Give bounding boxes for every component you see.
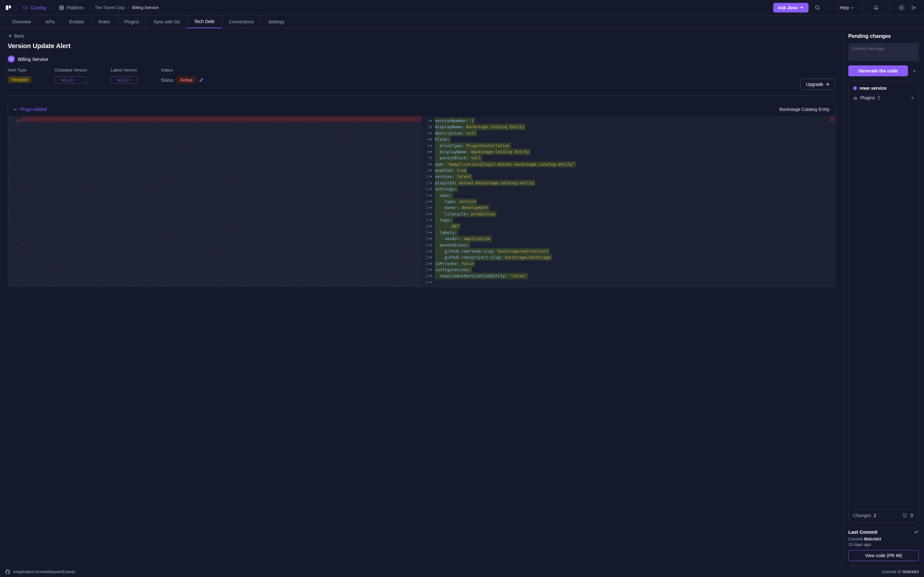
tab-overview[interactable]: Overview [5, 15, 38, 28]
tab-entities[interactable]: Entities [62, 15, 91, 28]
code-line: annotations: [435, 242, 833, 248]
generate-code-button[interactable]: Generate the code [848, 65, 908, 76]
tab-settings[interactable]: Settings [261, 15, 292, 28]
upgrade-label: Upgrade [806, 82, 823, 87]
avatar[interactable]: D [898, 5, 905, 11]
diff-plugin-name: Backstage Catalog Entity [780, 107, 830, 112]
bell-icon[interactable] [871, 3, 881, 13]
plus-icon [826, 82, 830, 86]
divider [863, 4, 863, 11]
line-number: 24+ [422, 261, 433, 267]
divider [8, 95, 835, 95]
nav-catalog[interactable]: Catalog [21, 4, 48, 11]
search-icon[interactable] [813, 3, 822, 13]
code-line: requireAuthenticationEntity: "false" [435, 273, 833, 279]
code-line: npm: "@amplication/plugin-dotnet-backsta… [435, 161, 833, 167]
code-line: versionNumber: 1 [435, 118, 833, 124]
code-line: displayName: Backstage Catalog Entity [435, 124, 833, 130]
tab-apis[interactable]: APIs [38, 15, 62, 28]
line-number: 25+ [422, 267, 433, 273]
breadcrumb-service[interactable]: Billing Service [132, 5, 158, 10]
ask-jovu-button[interactable]: Ask Jovu [773, 3, 809, 13]
edit-icon[interactable] [199, 78, 204, 82]
svg-rect-3 [62, 8, 63, 10]
service-icon [8, 55, 15, 63]
plugins-count: 2 [877, 95, 880, 100]
line-number: 5+ [422, 143, 433, 149]
tab-roles[interactable]: Roles [91, 15, 118, 28]
line-number: 12+ [422, 186, 433, 192]
line-number: 8+ [422, 161, 433, 167]
code-line: lifecycle: production [435, 211, 833, 217]
code-line: github.com/team-slug: backstage/maintain… [435, 248, 833, 254]
line-number: 13+ [422, 192, 433, 198]
code-line: block: [435, 136, 833, 142]
code-line: vendor: amplication [435, 235, 833, 242]
line-number: 19+ [422, 229, 433, 235]
line-number: 9+ [422, 167, 433, 173]
tab-tech-debt[interactable]: Tech Debt [187, 15, 222, 28]
arrow-left-icon [8, 34, 12, 38]
tab-plugins[interactable]: Plugins [118, 15, 147, 28]
divider [890, 4, 890, 11]
help-label: Help [840, 5, 849, 10]
code-line [435, 279, 833, 285]
status-label: Status [161, 68, 204, 73]
commit-id-label: Commit ID [882, 569, 903, 574]
chevron-down-icon[interactable] [13, 107, 18, 111]
line-number: 27+ [422, 279, 433, 285]
alert-type-value: Template [8, 76, 31, 83]
code-line: github.com/project-slug: backstage/backs… [435, 254, 833, 260]
trash-icon[interactable] [909, 513, 914, 518]
chevron-down-icon [913, 69, 916, 73]
removed-line-number: 1 [16, 118, 18, 123]
plugin-icon [853, 95, 858, 100]
help-menu[interactable]: Help [840, 5, 854, 10]
back-label: Back [14, 33, 24, 39]
latest-version[interactable]: v0.2.0 [111, 76, 137, 84]
diff-removed-pane: 1 − [8, 116, 422, 287]
line-number: 6+ [422, 149, 433, 155]
chevron-down-icon [850, 6, 854, 10]
breadcrumb-org[interactable]: The Travel Corp [95, 5, 124, 10]
diff-card: Plugin Added Backstage Catalog Entity 1 … [8, 102, 835, 287]
outdated-version[interactable]: v0.1.0 [55, 76, 87, 84]
ask-jovu-label: Ask Jovu [778, 5, 798, 10]
refresh-icon[interactable] [903, 513, 907, 518]
changes-label: Changes [853, 513, 871, 518]
commit-message-input[interactable] [848, 43, 919, 61]
nav-platform-label: Platform [67, 5, 83, 10]
divider [90, 4, 90, 11]
app-logo[interactable] [5, 5, 11, 11]
logout-icon[interactable] [909, 3, 919, 13]
plugins-label: Plugins [860, 95, 875, 100]
latest-label: Latest Version [111, 68, 137, 73]
divider [16, 4, 16, 11]
code-line: enabled: true [435, 167, 833, 173]
outdated-label: Outdated Version [55, 68, 87, 73]
commit-age: 10 days ago [848, 542, 919, 547]
tab-connections[interactable]: Connections [222, 15, 261, 28]
generate-expand-button[interactable] [910, 65, 919, 76]
nav-platform[interactable]: Platform [57, 4, 86, 11]
line-number: 17+ [422, 217, 433, 223]
line-number: 2+ [422, 124, 433, 130]
code-line: parentBlock: null [435, 155, 833, 161]
status-text: Status [161, 77, 174, 83]
upgrade-button[interactable]: Upgrade [800, 79, 835, 90]
code-line: owner: development [435, 205, 833, 211]
tab-sync-with-git[interactable]: Sync with Git [147, 15, 187, 28]
page-title: Version Update Alert [8, 42, 835, 50]
plugins-row[interactable]: Plugins 2 [853, 95, 914, 101]
code-line: spec: [435, 192, 833, 198]
line-number: 1+ [422, 118, 433, 124]
repo-path[interactable]: Amplication-EventsMaster/Events [13, 569, 75, 574]
service-name: Billing Service [18, 56, 48, 62]
view-code-button[interactable]: View code (PR #8) [848, 550, 919, 561]
code-line: - .NET [435, 223, 833, 229]
commit-hash: f8dkrb63 [864, 537, 881, 542]
pending-changes-title: Pending changes [848, 33, 919, 39]
back-link[interactable]: Back [8, 33, 835, 39]
pending-service-name: rewe service [859, 85, 887, 91]
commit-prefix: Commit [848, 537, 864, 542]
